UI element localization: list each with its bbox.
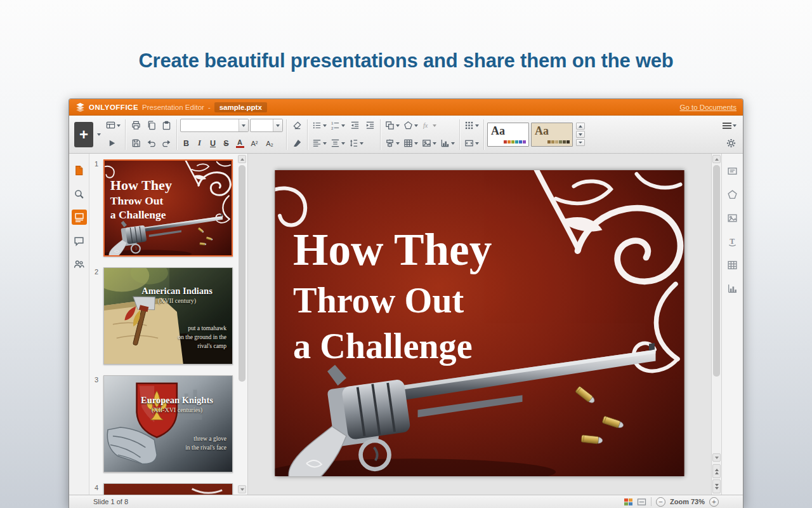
next-slide-button[interactable]	[712, 479, 721, 493]
toolbar-group-settings	[721, 117, 738, 151]
image-settings-icon	[727, 213, 738, 224]
font-color-button[interactable]: A	[233, 137, 246, 150]
slide-thumbnail-1[interactable]: 1	[89, 159, 233, 257]
svg-text:1: 1	[331, 121, 334, 125]
chat-panel-button[interactable]	[72, 257, 87, 272]
paste-button[interactable]	[159, 119, 173, 133]
insert-image-button[interactable]	[421, 137, 438, 150]
theme-gallery-down-button[interactable]	[576, 131, 585, 138]
canvas-scroll-down-button[interactable]	[712, 453, 721, 462]
thumbnails-scroll-up-button[interactable]	[238, 155, 246, 163]
numbering-button[interactable]: 12	[329, 119, 346, 133]
previous-slide-button[interactable]	[712, 464, 721, 478]
insert-chart-button[interactable]	[439, 137, 456, 150]
fit-to-width-button[interactable]	[637, 498, 646, 506]
italic-button[interactable]: I	[193, 137, 206, 150]
thumbnails-scrollbar-thumb[interactable]	[239, 165, 246, 382]
slide-thumbnail-4[interactable]: 4	[89, 483, 233, 495]
align-objects-button[interactable]	[384, 137, 401, 150]
font-size-select[interactable]	[250, 119, 283, 132]
add-slide-menu-button[interactable]	[95, 122, 103, 147]
slide-3-artwork	[104, 376, 232, 472]
textart-settings-button[interactable]: T	[726, 234, 740, 248]
users-icon	[74, 259, 84, 270]
fit-to-slide-button[interactable]	[624, 498, 632, 505]
slide-settings-button[interactable]	[726, 164, 740, 178]
thumbnails-scrollbar[interactable]	[238, 155, 246, 493]
insert-equation-button[interactable]: fx	[421, 119, 438, 133]
slide-layout-button[interactable]	[105, 119, 122, 133]
brand-name: ONLYOFFICE	[89, 104, 138, 111]
copy-button[interactable]	[144, 119, 158, 133]
underline-button[interactable]: U	[207, 137, 219, 150]
theme-tile-2[interactable]: Aa	[531, 123, 573, 147]
strikethrough-button[interactable]: S	[220, 137, 232, 150]
line-spacing-button[interactable]	[348, 137, 365, 150]
fit-to-width-icon	[637, 498, 646, 506]
slide-settings-icon	[727, 166, 738, 177]
copy-style-button[interactable]	[290, 137, 304, 150]
font-size-caret[interactable]	[273, 119, 282, 131]
font-name-caret[interactable]	[239, 119, 248, 131]
subscript-button[interactable]: A₂	[263, 137, 277, 150]
advanced-settings-button[interactable]	[724, 137, 738, 150]
slide-3-subtitle: (XII-XVI centuries)	[126, 406, 228, 413]
slide-number-label: 4	[89, 483, 103, 495]
slide-title-line-3: a Challenge	[293, 326, 473, 366]
theme-gallery-up-button[interactable]	[576, 123, 585, 130]
insert-table-button[interactable]	[402, 137, 419, 150]
status-bar: Slide 1 of 8 − Zoom 73% +	[69, 495, 743, 508]
slide-title-line-1: How They	[110, 177, 172, 193]
table-settings-button[interactable]	[726, 258, 740, 272]
canvas-scrollbar-thumb[interactable]	[713, 165, 720, 377]
insert-slide-number-button[interactable]	[463, 119, 480, 133]
horizontal-align-button[interactable]	[311, 137, 328, 150]
slide-2-preview[interactable]: American Indians (XVII century) put a to…	[103, 267, 233, 364]
increase-indent-button[interactable]	[363, 119, 377, 133]
slide-4-preview[interactable]	[103, 483, 233, 495]
slide-thumbnails-panel: 1	[89, 154, 248, 495]
search-button[interactable]	[72, 186, 87, 201]
bold-button[interactable]: B	[180, 137, 192, 150]
superscript-button[interactable]: A²	[247, 137, 261, 150]
undo-button[interactable]	[144, 137, 158, 150]
add-slide-button[interactable]: +	[74, 122, 93, 147]
arrange-shape-button[interactable]	[384, 119, 401, 133]
slide-thumbnail-2[interactable]: 2	[89, 267, 233, 364]
chart-settings-button[interactable]	[726, 281, 740, 295]
bullets-button[interactable]	[311, 119, 328, 133]
toolbar-group-paragraph: 12	[311, 117, 377, 151]
theme-gallery-expand-button[interactable]	[576, 139, 585, 146]
zoom-in-button[interactable]: +	[709, 497, 719, 507]
slide-1-preview[interactable]: How They Throw Out a Challenge	[103, 159, 233, 257]
clear-style-button[interactable]	[290, 119, 304, 133]
go-to-documents-link[interactable]: Go to Documents	[680, 104, 737, 111]
font-name-select[interactable]	[180, 119, 249, 132]
slide-size-button[interactable]	[463, 137, 480, 150]
slides-panel-button[interactable]	[72, 210, 87, 225]
comment-icon	[74, 236, 84, 246]
image-settings-button[interactable]	[726, 211, 740, 225]
zoom-out-button[interactable]: −	[656, 497, 665, 507]
comments-panel-button[interactable]	[72, 233, 87, 248]
slide-3-preview[interactable]: European Knights (XII-XVI centuries) thr…	[103, 375, 233, 472]
file-menu-button[interactable]	[72, 163, 87, 178]
shape-settings-button[interactable]	[726, 187, 740, 201]
vertical-align-button[interactable]	[329, 137, 346, 150]
save-button[interactable]	[129, 137, 143, 150]
redo-button[interactable]	[159, 137, 173, 150]
theme-tile-1[interactable]: Aa	[487, 123, 529, 147]
current-slide[interactable]: How They Throw Out a Challenge	[275, 170, 684, 476]
start-slideshow-button[interactable]	[105, 137, 119, 150]
fit-to-slide-icon	[624, 498, 632, 505]
canvas-scroll-up-button[interactable]	[712, 155, 721, 163]
canvas-scrollbar[interactable]	[711, 154, 721, 495]
thumbnails-scroll-down-button[interactable]	[238, 485, 246, 493]
print-button[interactable]	[129, 119, 143, 133]
theme-tile-1-label: Aa	[491, 124, 505, 138]
slide-number-label: 3	[89, 375, 103, 472]
view-settings-button[interactable]	[721, 119, 738, 133]
slide-thumbnail-3[interactable]: 3	[89, 375, 233, 472]
insert-shape-button[interactable]	[402, 119, 419, 133]
decrease-indent-button[interactable]	[348, 119, 362, 133]
